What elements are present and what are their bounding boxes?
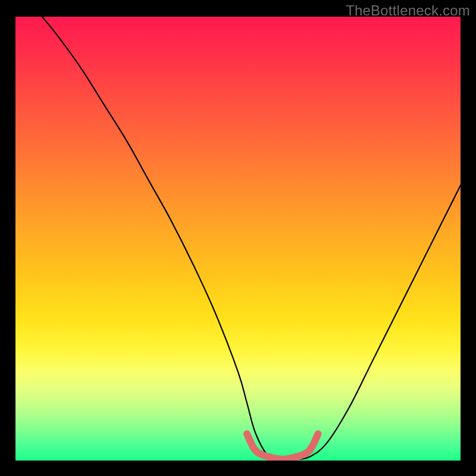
main-curve	[42, 17, 461, 460]
chart-frame: TheBottleneck.com	[0, 0, 476, 476]
plot-area	[15, 17, 461, 461]
curve-overlay	[15, 17, 461, 461]
